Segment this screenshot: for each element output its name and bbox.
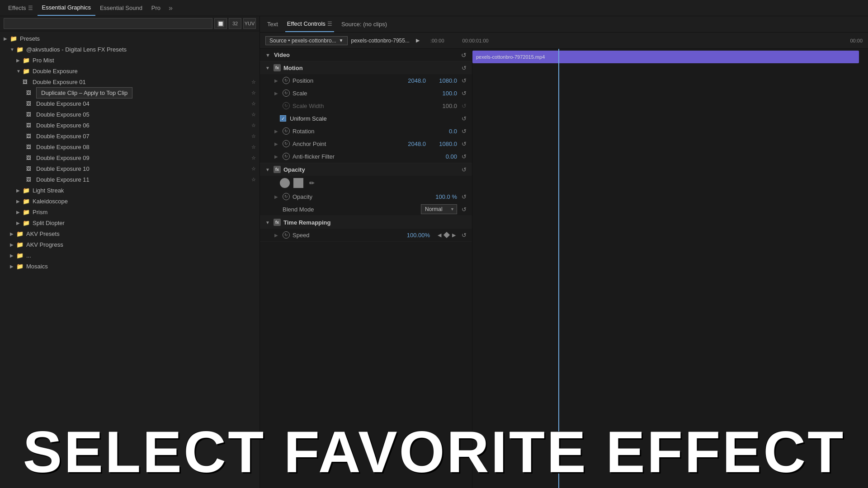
timeline-clip[interactable]: pexels-cottonbro-7972015.mp4	[472, 51, 859, 63]
tree-item-de08[interactable]: 🖼 Double Exposure 08 ☆	[0, 141, 259, 152]
akvstudios-folder-icon: 📁	[16, 46, 24, 53]
scale-value[interactable]: 100.0	[432, 90, 457, 97]
tab-essential-sound[interactable]: Essential Sound	[95, 0, 147, 16]
speed-cycle-icon[interactable]: ↻	[283, 231, 290, 239]
blend-mode-select[interactable]: Normal Dissolve Darken Multiply Screen O…	[421, 204, 457, 214]
scale-reset-button[interactable]: ↺	[462, 90, 467, 97]
de07-star-icon[interactable]: ☆	[251, 133, 256, 139]
tree-item-de06[interactable]: 🖼 Double Exposure 06 ☆	[0, 120, 259, 131]
tab-project[interactable]: Pro	[147, 0, 165, 16]
opacity-reset-button[interactable]: ↺	[462, 166, 467, 173]
tree-item-akv-presets[interactable]: ▶ 📁 AKV Presets	[0, 228, 259, 239]
video-reset-button[interactable]: ↺	[461, 52, 467, 59]
tab-effects[interactable]: Effects ☰	[4, 0, 38, 16]
de09-star-icon[interactable]: ☆	[251, 155, 256, 161]
uniform-scale-reset-button[interactable]: ↺	[462, 115, 467, 122]
tab-essential-graphics[interactable]: Essential Graphics	[38, 0, 95, 16]
speed-keyframe-button[interactable]	[443, 232, 450, 238]
tree-item-de09[interactable]: 🖼 Double Exposure 09 ☆	[0, 152, 259, 163]
ec-tab-text[interactable]: Text	[265, 16, 280, 32]
tree-item-de02[interactable]: 🖼 Double Exposure 02 ☆ Duplicate Clip – …	[0, 87, 259, 98]
de10-star-icon[interactable]: ☆	[251, 166, 256, 172]
extra1-arrow-icon: ▶	[10, 253, 16, 258]
antiflicker-cycle-icon[interactable]: ↻	[283, 153, 290, 160]
opacity-value[interactable]: 100.0 %	[432, 193, 457, 200]
uniform-scale-checkbox[interactable]: ✓	[280, 115, 286, 122]
tree-item-de05[interactable]: 🖼 Double Exposure 05 ☆	[0, 109, 259, 120]
ec-tab-effect-controls[interactable]: Effect Controls ☰	[285, 16, 334, 32]
search-icon-button[interactable]: 🔲	[214, 18, 227, 29]
anchor-x-value[interactable]: 2048.0	[401, 141, 426, 147]
opacity-cycle-icon[interactable]: ↻	[283, 193, 290, 200]
motion-reset-button[interactable]: ↺	[462, 65, 467, 71]
speed-value[interactable]: 100.00%	[407, 232, 430, 239]
opacity-value-reset-button[interactable]: ↺	[462, 193, 467, 200]
ec-menu-icon[interactable]: ☰	[327, 21, 332, 27]
fx-header-time-remapping[interactable]: ▼ fx Time Remapping	[260, 216, 472, 229]
antiflicker-value[interactable]: 0.00	[432, 153, 457, 160]
de01-star-icon[interactable]: ☆	[251, 79, 256, 85]
speed-prev-button[interactable]: ◀	[436, 232, 443, 238]
clip-label[interactable]: pexels-cottonbro-7955...	[351, 38, 410, 44]
rotation-value[interactable]: 0.0	[432, 128, 457, 135]
tab-effects-menu[interactable]: ☰	[28, 5, 33, 11]
tree-item-light-streak[interactable]: ▶ 📁 Light Streak	[0, 185, 259, 196]
tree-item-split-diopter[interactable]: ▶ 📁 Split Diopter	[0, 217, 259, 228]
tree-item-presets[interactable]: ▶ 📁 Presets	[0, 33, 259, 44]
de02-star-icon[interactable]: ☆	[251, 90, 256, 96]
fx-header-opacity[interactable]: ▼ fx Opacity ↺	[260, 163, 472, 176]
tree-item-de04[interactable]: 🖼 Double Exposure 04 ☆	[0, 98, 259, 109]
tree-item-extra1[interactable]: ▶ 📁 ...	[0, 250, 259, 261]
position-label: Position	[292, 77, 398, 84]
anchor-y-value[interactable]: 1080.0	[432, 141, 457, 147]
play-button[interactable]: ▶	[413, 36, 422, 45]
tree-item-akvstudios[interactable]: ▼ 📁 @akvstudios - Digital Lens FX Preset…	[0, 44, 259, 55]
effects-tree: ▶ 📁 Presets ▼ 📁 @akvstudios - Digital Le…	[0, 31, 259, 488]
de11-star-icon[interactable]: ☆	[251, 177, 256, 183]
tree-item-double-exposure[interactable]: ▼ 📁 Double Exposure	[0, 66, 259, 76]
timeline-playhead[interactable]	[558, 49, 559, 488]
de06-star-icon[interactable]: ☆	[251, 122, 256, 128]
de04-star-icon[interactable]: ☆	[251, 101, 256, 107]
position-x-value[interactable]: 2048.0	[401, 77, 426, 84]
speed-reset-button[interactable]: ↺	[462, 232, 467, 239]
tree-item-mosaics[interactable]: ▶ 📁 Mosaics	[0, 261, 259, 272]
ec-timeline-area: pexels-cottonbro-7972015.mp4	[472, 49, 868, 488]
anchor-reset-button[interactable]: ↺	[462, 141, 467, 147]
rotation-cycle-icon[interactable]: ↻	[283, 127, 290, 135]
antiflicker-label: Anti-flicker Filter	[292, 153, 429, 160]
yuv-button[interactable]: YUV	[243, 18, 256, 29]
anchor-cycle-icon[interactable]: ↻	[283, 140, 290, 147]
tree-item-kaleidoscope[interactable]: ▶ 📁 Kaleidoscope	[0, 196, 259, 206]
tree-item-de07[interactable]: 🖼 Double Exposure 07 ☆	[0, 131, 259, 141]
fx-header-motion[interactable]: ▼ fx Motion ↺	[260, 61, 472, 74]
extra1-folder-icon: 📁	[16, 252, 24, 259]
tree-item-de01[interactable]: 🖼 Double Exposure 01 ☆	[0, 76, 259, 87]
source-selector[interactable]: Source • pexels-cottonbro... ▼	[265, 36, 348, 45]
scale-cycle-icon[interactable]: ↻	[283, 89, 290, 97]
tree-item-de10[interactable]: 🖼 Double Exposure 10 ☆	[0, 163, 259, 174]
tree-item-pro-mist[interactable]: ▶ 📁 Pro Mist	[0, 55, 259, 66]
ellipse-mask-button[interactable]	[280, 178, 290, 188]
position-cycle-icon[interactable]: ↻	[283, 77, 290, 84]
de07-preset-icon: 🖼	[26, 133, 34, 139]
antiflicker-reset-button[interactable]: ↺	[462, 153, 467, 160]
rect-mask-button[interactable]	[293, 178, 303, 188]
de05-star-icon[interactable]: ☆	[251, 112, 256, 117]
de02-preset-icon: 🖼	[26, 90, 34, 95]
speed-next-button[interactable]: ▶	[451, 232, 457, 238]
video-collapse-icon[interactable]: ▼	[265, 52, 270, 58]
position-reset-button[interactable]: ↺	[462, 77, 467, 84]
de08-star-icon[interactable]: ☆	[251, 144, 256, 150]
ec-tab-source[interactable]: Source: (no clips)	[340, 16, 389, 32]
search-input[interactable]	[4, 18, 212, 29]
tree-item-akv-progress[interactable]: ▶ 📁 AKV Progress	[0, 239, 259, 250]
new-bin-button[interactable]: 32	[229, 18, 241, 29]
rotation-reset-button[interactable]: ↺	[462, 128, 467, 135]
tree-item-prism[interactable]: ▶ 📁 Prism	[0, 206, 259, 217]
more-panels-button[interactable]: »	[169, 4, 173, 12]
blend-mode-reset-button[interactable]: ↺	[462, 206, 467, 213]
tree-item-de11[interactable]: 🖼 Double Exposure 11 ☆	[0, 174, 259, 185]
pen-mask-button[interactable]: ✏	[307, 178, 317, 188]
position-y-value[interactable]: 1080.0	[432, 77, 457, 84]
